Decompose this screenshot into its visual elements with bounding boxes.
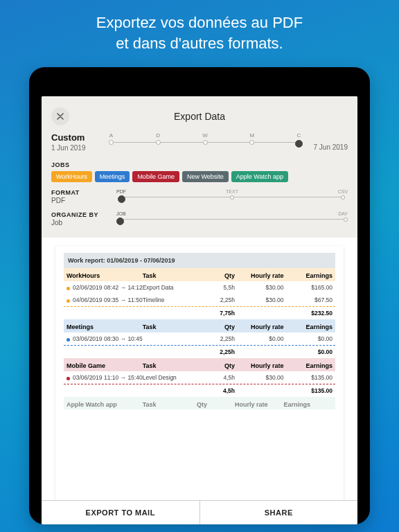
jobs-section-label: JOBS [51,161,348,168]
promo-text: Exportez vos données au PDF et dans d'au… [0,0,399,67]
format-option-csv[interactable]: CSV [338,189,348,203]
period-mark-c[interactable]: C [294,132,304,148]
organize-section-label: ORGANIZE BY [51,211,114,218]
export-settings-pane: Export Data Custom 1 Jun 2019 ADWMC 7 Ju… [42,96,357,238]
organize-option-day[interactable]: DAY [338,211,348,225]
report-group-total: 7,75h$232.50 [64,306,335,319]
report-group-total: 4,5h$135.00 [64,384,335,397]
modal-title: Export Data [51,111,348,122]
range-label[interactable]: Custom [51,132,86,143]
job-chip[interactable]: New Website [182,171,229,182]
format-section-label: FORMAT [51,189,114,196]
report-group-peek: Apple Watch appTaskQtyHourly rateEarning… [64,397,335,409]
promo-line1: Exportez vos données au PDF [14,12,385,33]
job-chip[interactable]: WorkHours [51,171,92,182]
action-bar: EXPORT TO MAIL SHARE [42,500,357,524]
range-end-date: 7 Jun 2019 [314,143,348,151]
job-chip[interactable]: Apple Watch app [231,171,288,182]
promo-line2: et dans d'autres formats. [14,33,385,54]
job-chips-row: WorkHoursMeetingsMobile GameNew WebsiteA… [51,171,348,182]
format-selected-value: PDF [51,197,114,204]
period-mark-w[interactable]: W [200,132,210,148]
period-mark-m[interactable]: M [247,132,257,148]
report-title: Work report: 01/06/2019 - 07/06/2019 [64,253,335,268]
share-button[interactable]: SHARE [200,501,358,524]
report-row: 03/06/2019 08:30 → 10:452,25h$0.00$0.00 [64,332,335,345]
report-row: 04/06/2019 09:35 → 11:50Timeline2,25h$30… [64,294,335,306]
report-row: 03/06/2019 11:10 → 15:40Level Design4,5h… [64,371,335,384]
organize-selected-value: Job [51,219,114,227]
format-slider[interactable]: PDFTEXTCSV [116,189,348,203]
organize-option-job[interactable]: JOB [116,211,126,225]
period-slider[interactable]: ADWMC [107,132,304,153]
export-to-mail-button[interactable]: EXPORT TO MAIL [42,501,200,524]
period-mark-d[interactable]: D [153,132,163,148]
report-group-header: MeetingsTaskQtyHourly rateEarnings [64,319,335,332]
report-row: 02/06/2019 08:42 → 14:12Export Data5,5h$… [64,281,335,294]
job-chip[interactable]: Meetings [95,171,130,182]
report-group-total: 2,25h$0.00 [64,345,335,358]
report-preview: Work report: 01/06/2019 - 07/06/2019 Wor… [42,238,357,500]
format-option-text[interactable]: TEXT [227,189,237,203]
period-mark-a[interactable]: A [107,132,116,148]
date-range-row: Custom 1 Jun 2019 ADWMC 7 Jun 2019 [51,132,348,153]
report-group-header: Mobile GameTaskQtyHourly rateEarnings [64,358,335,371]
organize-slider[interactable]: JOBDAY [116,211,348,225]
app-screen: Export Data Custom 1 Jun 2019 ADWMC 7 Ju… [42,96,357,524]
range-start-date: 1 Jun 2019 [51,144,86,152]
device-frame: Export Data Custom 1 Jun 2019 ADWMC 7 Ju… [29,67,370,524]
report-group-header: WorkHoursTaskQtyHourly rateEarnings [64,268,335,281]
job-chip[interactable]: Mobile Game [132,171,179,182]
format-option-pdf[interactable]: PDF [116,189,126,203]
